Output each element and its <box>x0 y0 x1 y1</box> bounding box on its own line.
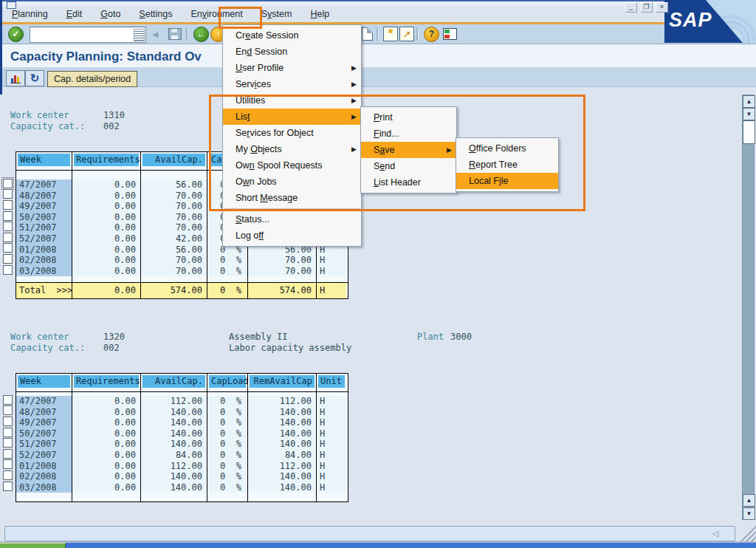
menubar-item-help[interactable]: Help <box>306 7 334 21</box>
row-checkbox[interactable] <box>3 233 13 242</box>
capacity-description: Labor capacity assembly <box>229 343 351 353</box>
menu-item-send[interactable]: Send <box>361 158 456 174</box>
command-field[interactable] <box>30 27 146 43</box>
row-checkbox[interactable] <box>3 459 13 469</box>
capacity-table-2: Week Requirements AvailCap. CapLoad RemA… <box>16 373 348 502</box>
table-row[interactable]: 51/20070.00140.000 %140.00H <box>16 439 348 450</box>
menubar-item-goto[interactable]: Goto <box>96 7 125 21</box>
bar-chart-icon <box>10 74 21 83</box>
system-window-icon[interactable] <box>7 1 16 9</box>
scroll-down-button[interactable]: ▼ <box>743 108 755 120</box>
menu-item-status[interactable]: Status... <box>223 211 361 227</box>
table-row[interactable]: 50/20070.00140.000 %140.00H <box>16 428 348 439</box>
table-row[interactable]: 49/20070.00140.000 %140.00H <box>16 417 348 428</box>
menu-item-own-jobs[interactable]: Own Jobs <box>223 174 361 190</box>
find-next-icon[interactable]: ↗ <box>399 27 414 41</box>
cap-details-period-button[interactable]: Cap. details/period <box>47 71 137 87</box>
print-icon[interactable] <box>362 27 373 41</box>
menu-item-user-profile[interactable]: User Profile▶ <box>223 60 361 76</box>
menu-item-local-file[interactable]: Local File <box>456 173 558 189</box>
back-icon[interactable]: ← <box>193 27 209 42</box>
menubar-item-edit[interactable]: Edit <box>62 7 87 21</box>
menu-item-find[interactable]: Find... <box>361 126 456 142</box>
restore-button[interactable]: ❐ <box>640 2 653 13</box>
menubar-item-system[interactable]: System <box>257 7 297 21</box>
row-checkbox[interactable] <box>3 449 13 459</box>
start-button[interactable] <box>0 543 66 548</box>
enter-icon[interactable]: ✓ <box>8 27 24 42</box>
table-row[interactable]: 02/20080.0070.000 %70.00H <box>16 255 348 266</box>
checkbox-row <box>3 210 13 222</box>
row-checkbox[interactable] <box>3 200 13 210</box>
table-cell: 70.00 <box>141 191 207 202</box>
table-row[interactable]: 01/20080.00112.000 %112.00H <box>16 461 348 472</box>
checkbox-row <box>3 437 13 448</box>
menu-item-save[interactable]: Save▶ <box>361 142 456 158</box>
table-row[interactable]: 47/20070.00112.000 %112.00H <box>16 396 348 407</box>
graphic-button[interactable] <box>6 70 25 86</box>
table-cell: 70.00 <box>141 212 207 223</box>
refresh-button[interactable]: ↻ <box>25 70 44 86</box>
row-checkbox[interactable] <box>3 243 13 253</box>
plant-label: Plant <box>417 332 444 342</box>
customize-layout-icon[interactable] <box>443 28 457 40</box>
row-checkbox[interactable] <box>3 189 13 199</box>
row-checkbox[interactable] <box>3 395 13 405</box>
save-icon[interactable] <box>168 28 182 40</box>
scroll-page-up-button[interactable]: ▲ <box>743 494 755 507</box>
row-checkbox[interactable] <box>3 265 13 275</box>
table-row[interactable]: 02/20080.00140.000 %140.00H <box>16 471 348 482</box>
row-checkbox[interactable] <box>3 211 13 221</box>
menu-item-end-session[interactable]: End Session <box>223 44 361 60</box>
status-back-icon[interactable]: ◁ <box>712 529 718 538</box>
menubar-item-planning[interactable]: Planning <box>7 7 52 21</box>
vertical-scrollbar[interactable]: ▲ ▼ ▲ ▼ <box>742 95 755 520</box>
command-input[interactable] <box>30 29 134 41</box>
resize-grip[interactable] <box>738 524 756 542</box>
row-checkbox[interactable] <box>3 482 13 491</box>
menu-item-office-folders[interactable]: Office Folders <box>456 140 558 157</box>
row-checkbox[interactable] <box>3 222 13 231</box>
row-checkbox[interactable] <box>3 438 13 448</box>
menu-item-short-message[interactable]: Short Message <box>223 190 361 206</box>
table-cell: H <box>317 450 346 461</box>
close-button[interactable]: × <box>656 2 668 13</box>
menu-item-list[interactable]: List▶ <box>223 109 361 125</box>
scrollbar-thumb[interactable] <box>743 120 755 144</box>
scroll-up-button[interactable]: ▲ <box>743 95 755 108</box>
minimize-button[interactable]: _ <box>625 2 637 13</box>
row-checkbox[interactable] <box>3 254 13 264</box>
row-checkbox[interactable] <box>3 179 13 188</box>
table-cell: 112.00 <box>141 461 207 472</box>
table-row[interactable]: 48/20070.00140.000 %140.00H <box>16 407 348 418</box>
menu-item-services[interactable]: Services▶ <box>223 76 361 92</box>
row-checkbox[interactable] <box>3 428 13 437</box>
help-icon[interactable]: ? <box>424 27 439 42</box>
command-history-icon[interactable] <box>134 29 145 41</box>
menu-item-my-objects[interactable]: My Objects▶ <box>223 141 361 157</box>
row-checkbox[interactable] <box>3 405 13 415</box>
menu-item-print[interactable]: Print <box>361 109 456 126</box>
row-checkbox[interactable] <box>3 417 13 426</box>
menu-item-report-tree[interactable]: Report Tree <box>456 157 558 173</box>
table-row[interactable]: 03/20080.0070.000 %70.00H <box>16 266 348 277</box>
col-header-requirements: Requirements <box>74 154 139 166</box>
menu-item-utilities[interactable]: Utilities▶ <box>223 92 361 109</box>
menu-item-own-spool-requests[interactable]: Own Spool Requests <box>223 157 361 174</box>
table-cell: 52/2007 <box>16 450 72 461</box>
table-cell: H <box>317 407 346 418</box>
table-cell: 49/2007 <box>16 417 72 428</box>
table-cell: 84.00 <box>248 450 317 461</box>
field-dropdown-icon[interactable]: ◀ <box>152 27 158 41</box>
scroll-page-down-button[interactable]: ▼ <box>743 507 755 520</box>
find-icon[interactable]: * <box>383 27 398 41</box>
menu-item-services-for-object[interactable]: Services for Object <box>223 125 361 141</box>
table-row[interactable]: 52/20070.0084.000 %84.00H <box>16 450 348 461</box>
menu-item-log-off[interactable]: Log off <box>223 227 361 244</box>
menubar-item-settings[interactable]: Settings <box>134 7 176 21</box>
menubar-item-environment[interactable]: Environment <box>187 7 247 21</box>
table-row[interactable]: 03/20080.00140.000 %140.00H <box>16 482 348 493</box>
menu-item-create-session[interactable]: Create Session <box>223 27 361 44</box>
menu-item-list-header[interactable]: List Header <box>361 174 456 191</box>
row-checkbox[interactable] <box>3 470 13 480</box>
